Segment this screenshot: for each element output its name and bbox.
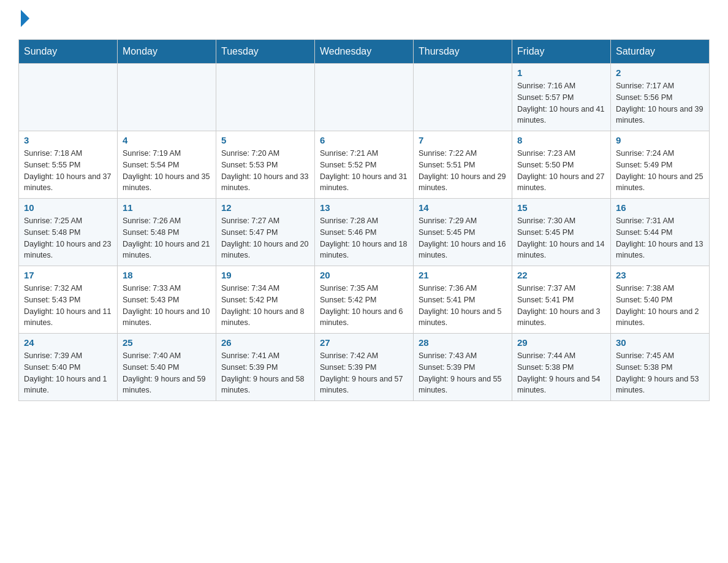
calendar-cell: 20Sunrise: 7:35 AM Sunset: 5:42 PM Dayli… xyxy=(315,266,414,334)
day-info: Sunrise: 7:24 AM Sunset: 5:49 PM Dayligh… xyxy=(616,148,704,194)
day-number: 25 xyxy=(123,337,211,348)
calendar-cell: 7Sunrise: 7:22 AM Sunset: 5:51 PM Daylig… xyxy=(414,131,512,199)
day-info: Sunrise: 7:17 AM Sunset: 5:56 PM Dayligh… xyxy=(616,80,704,126)
calendar-cell: 30Sunrise: 7:45 AM Sunset: 5:38 PM Dayli… xyxy=(611,334,710,401)
calendar-cell: 23Sunrise: 7:38 AM Sunset: 5:40 PM Dayli… xyxy=(611,266,710,334)
calendar-cell: 29Sunrise: 7:44 AM Sunset: 5:38 PM Dayli… xyxy=(512,334,611,401)
calendar-week-row: 1Sunrise: 7:16 AM Sunset: 5:57 PM Daylig… xyxy=(19,64,710,131)
weekday-header-friday: Friday xyxy=(512,40,611,64)
day-info: Sunrise: 7:42 AM Sunset: 5:39 PM Dayligh… xyxy=(320,350,408,396)
day-number: 26 xyxy=(221,337,309,348)
calendar-cell: 9Sunrise: 7:24 AM Sunset: 5:49 PM Daylig… xyxy=(611,131,710,199)
calendar-cell: 17Sunrise: 7:32 AM Sunset: 5:43 PM Dayli… xyxy=(19,266,118,334)
day-number: 11 xyxy=(123,202,211,213)
logo-arrow-icon xyxy=(21,10,29,27)
day-info: Sunrise: 7:22 AM Sunset: 5:51 PM Dayligh… xyxy=(419,148,507,194)
day-number: 22 xyxy=(517,270,605,280)
day-info: Sunrise: 7:44 AM Sunset: 5:38 PM Dayligh… xyxy=(517,350,605,396)
day-number: 28 xyxy=(419,337,507,348)
day-number: 27 xyxy=(320,337,408,348)
calendar-cell: 5Sunrise: 7:20 AM Sunset: 5:53 PM Daylig… xyxy=(216,131,315,199)
day-info: Sunrise: 7:28 AM Sunset: 5:46 PM Dayligh… xyxy=(320,215,408,261)
calendar-header-row: SundayMondayTuesdayWednesdayThursdayFrid… xyxy=(19,40,710,64)
day-info: Sunrise: 7:35 AM Sunset: 5:42 PM Dayligh… xyxy=(320,283,408,329)
day-number: 19 xyxy=(221,270,309,280)
day-info: Sunrise: 7:34 AM Sunset: 5:42 PM Dayligh… xyxy=(221,283,309,329)
day-info: Sunrise: 7:38 AM Sunset: 5:40 PM Dayligh… xyxy=(616,283,704,329)
day-number: 6 xyxy=(320,135,408,145)
weekday-header-monday: Monday xyxy=(118,40,216,64)
calendar-cell: 21Sunrise: 7:36 AM Sunset: 5:41 PM Dayli… xyxy=(414,266,512,334)
calendar-cell: 15Sunrise: 7:30 AM Sunset: 5:45 PM Dayli… xyxy=(512,199,611,266)
day-info: Sunrise: 7:30 AM Sunset: 5:45 PM Dayligh… xyxy=(517,215,605,261)
weekday-header-thursday: Thursday xyxy=(414,40,512,64)
day-info: Sunrise: 7:37 AM Sunset: 5:41 PM Dayligh… xyxy=(517,283,605,329)
calendar-cell: 2Sunrise: 7:17 AM Sunset: 5:56 PM Daylig… xyxy=(611,64,710,131)
calendar-cell: 19Sunrise: 7:34 AM Sunset: 5:42 PM Dayli… xyxy=(216,266,315,334)
calendar-week-row: 3Sunrise: 7:18 AM Sunset: 5:55 PM Daylig… xyxy=(19,131,710,199)
day-info: Sunrise: 7:18 AM Sunset: 5:55 PM Dayligh… xyxy=(24,148,112,194)
calendar-cell xyxy=(216,64,315,131)
day-info: Sunrise: 7:41 AM Sunset: 5:39 PM Dayligh… xyxy=(221,350,309,396)
day-info: Sunrise: 7:21 AM Sunset: 5:52 PM Dayligh… xyxy=(320,148,408,194)
day-number: 12 xyxy=(221,202,309,213)
day-number: 9 xyxy=(616,135,704,145)
day-number: 1 xyxy=(517,67,605,78)
day-number: 14 xyxy=(419,202,507,213)
weekday-header-sunday: Sunday xyxy=(19,40,118,64)
day-number: 10 xyxy=(24,202,112,213)
day-number: 21 xyxy=(419,270,507,280)
calendar-cell: 11Sunrise: 7:26 AM Sunset: 5:48 PM Dayli… xyxy=(118,199,216,266)
day-info: Sunrise: 7:36 AM Sunset: 5:41 PM Dayligh… xyxy=(419,283,507,329)
day-number: 17 xyxy=(24,270,112,280)
day-number: 23 xyxy=(616,270,704,280)
calendar-cell: 14Sunrise: 7:29 AM Sunset: 5:45 PM Dayli… xyxy=(414,199,512,266)
day-number: 30 xyxy=(616,337,704,348)
calendar-table: SundayMondayTuesdayWednesdayThursdayFrid… xyxy=(18,39,710,401)
calendar-week-row: 24Sunrise: 7:39 AM Sunset: 5:40 PM Dayli… xyxy=(19,334,710,401)
calendar-cell: 26Sunrise: 7:41 AM Sunset: 5:39 PM Dayli… xyxy=(216,334,315,401)
day-number: 4 xyxy=(123,135,211,145)
day-info: Sunrise: 7:29 AM Sunset: 5:45 PM Dayligh… xyxy=(419,215,507,261)
calendar-cell xyxy=(19,64,118,131)
day-number: 13 xyxy=(320,202,408,213)
day-number: 5 xyxy=(221,135,309,145)
day-info: Sunrise: 7:40 AM Sunset: 5:40 PM Dayligh… xyxy=(123,350,211,396)
calendar-week-row: 10Sunrise: 7:25 AM Sunset: 5:48 PM Dayli… xyxy=(19,199,710,266)
logo xyxy=(18,12,29,27)
calendar-cell: 16Sunrise: 7:31 AM Sunset: 5:44 PM Dayli… xyxy=(611,199,710,266)
calendar-cell: 18Sunrise: 7:33 AM Sunset: 5:43 PM Dayli… xyxy=(118,266,216,334)
day-number: 18 xyxy=(123,270,211,280)
calendar-cell xyxy=(315,64,414,131)
day-info: Sunrise: 7:23 AM Sunset: 5:50 PM Dayligh… xyxy=(517,148,605,194)
weekday-header-saturday: Saturday xyxy=(611,40,710,64)
calendar-cell: 4Sunrise: 7:19 AM Sunset: 5:54 PM Daylig… xyxy=(118,131,216,199)
day-info: Sunrise: 7:43 AM Sunset: 5:39 PM Dayligh… xyxy=(419,350,507,396)
calendar-week-row: 17Sunrise: 7:32 AM Sunset: 5:43 PM Dayli… xyxy=(19,266,710,334)
calendar-cell: 6Sunrise: 7:21 AM Sunset: 5:52 PM Daylig… xyxy=(315,131,414,199)
calendar-cell xyxy=(118,64,216,131)
weekday-header-wednesday: Wednesday xyxy=(315,40,414,64)
calendar-cell: 13Sunrise: 7:28 AM Sunset: 5:46 PM Dayli… xyxy=(315,199,414,266)
calendar-cell: 28Sunrise: 7:43 AM Sunset: 5:39 PM Dayli… xyxy=(414,334,512,401)
day-info: Sunrise: 7:39 AM Sunset: 5:40 PM Dayligh… xyxy=(24,350,112,396)
calendar-cell: 27Sunrise: 7:42 AM Sunset: 5:39 PM Dayli… xyxy=(315,334,414,401)
day-info: Sunrise: 7:25 AM Sunset: 5:48 PM Dayligh… xyxy=(24,215,112,261)
weekday-header-tuesday: Tuesday xyxy=(216,40,315,64)
day-number: 3 xyxy=(24,135,112,145)
day-info: Sunrise: 7:27 AM Sunset: 5:47 PM Dayligh… xyxy=(221,215,309,261)
calendar-cell: 1Sunrise: 7:16 AM Sunset: 5:57 PM Daylig… xyxy=(512,64,611,131)
day-number: 7 xyxy=(419,135,507,145)
day-info: Sunrise: 7:45 AM Sunset: 5:38 PM Dayligh… xyxy=(616,350,704,396)
day-info: Sunrise: 7:16 AM Sunset: 5:57 PM Dayligh… xyxy=(517,80,605,126)
day-number: 8 xyxy=(517,135,605,145)
day-info: Sunrise: 7:20 AM Sunset: 5:53 PM Dayligh… xyxy=(221,148,309,194)
day-number: 29 xyxy=(517,337,605,348)
day-info: Sunrise: 7:26 AM Sunset: 5:48 PM Dayligh… xyxy=(123,215,211,261)
calendar-cell: 10Sunrise: 7:25 AM Sunset: 5:48 PM Dayli… xyxy=(19,199,118,266)
day-info: Sunrise: 7:31 AM Sunset: 5:44 PM Dayligh… xyxy=(616,215,704,261)
day-info: Sunrise: 7:33 AM Sunset: 5:43 PM Dayligh… xyxy=(123,283,211,329)
calendar-cell: 22Sunrise: 7:37 AM Sunset: 5:41 PM Dayli… xyxy=(512,266,611,334)
day-info: Sunrise: 7:32 AM Sunset: 5:43 PM Dayligh… xyxy=(24,283,112,329)
page-header xyxy=(18,12,710,27)
